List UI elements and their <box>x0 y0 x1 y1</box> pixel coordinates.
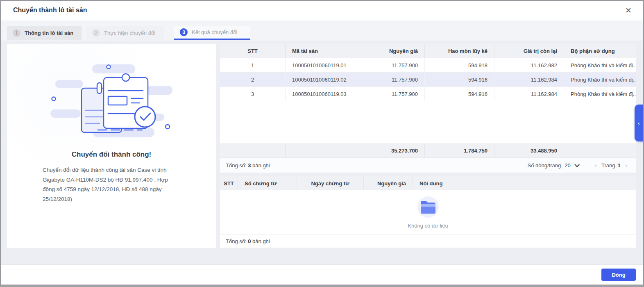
close-button[interactable]: Đóng <box>601 269 636 281</box>
table-row[interactable]: 1 1000501010060119.01 11.757.900 594.918… <box>220 58 636 73</box>
collapse-panel-handle[interactable]: ‹ <box>635 105 643 141</box>
close-icon[interactable]: ✕ <box>624 5 633 16</box>
chevron-down-icon <box>574 162 580 167</box>
results-panel: STT Mã tài sản Nguyên giá Hao mòn lũy kế… <box>220 44 636 248</box>
col-header-nguyen-gia: Nguyên giá <box>355 44 425 58</box>
assets-table-header: STT Mã tài sản Nguyên giá Hao mòn lũy kế… <box>220 44 636 58</box>
total-records-label: Tổng số: 3 bản ghi <box>226 162 270 169</box>
cell-nguyen-gia: 11.757.900 <box>355 87 425 101</box>
cell-nguyen-gia: 11.757.900 <box>355 58 425 72</box>
col-header-gia-tri-con-lai: Giá trị còn lại <box>494 44 564 58</box>
tab-thong-tin-lo-tai-san[interactable]: 1 Thông tin lô tài sản <box>7 26 82 40</box>
success-description: Chuyển đổi dữ liệu thành công tài sản Ca… <box>43 165 180 204</box>
convert-asset-lot-modal: Chuyển thành lô tài sản ✕ 1 Thông tin lô… <box>0 0 644 287</box>
documents-table-footer: Tổng số: 0 bản ghi <box>220 235 636 248</box>
total-count: 0 <box>248 238 251 244</box>
tab-label: Thông tin lô tài sản <box>25 30 73 36</box>
total-suffix: bản ghi <box>252 238 270 244</box>
table-row-selected[interactable]: 2 1000501010060119.02 11.757.900 594.916… <box>220 73 636 87</box>
assets-table-pagination: Tổng số: 3 bản ghi Số dòng/trang 20 ‹ Tr… <box>220 158 636 173</box>
rows-per-page-value: 20 <box>565 162 570 169</box>
total-hao-mon: 1.784.750 <box>425 144 494 157</box>
total-label: Tổng số: <box>226 162 247 169</box>
cell-stt: 3 <box>220 87 286 101</box>
rows-per-page-label: Số dòng/trang <box>527 162 561 169</box>
cell-stt: 2 <box>220 73 286 87</box>
cell-hao-mon: 594.918 <box>425 58 494 72</box>
success-illustration <box>44 61 179 140</box>
documents-table: STT Số chứng từ Ngày chứng từ Nguyên giá… <box>220 176 636 248</box>
cell-bo-phan: Phòng Khảo thí và kiểm đị... <box>564 87 636 101</box>
page-label: Trang <box>601 162 615 169</box>
col-header-noi-dung: Nội dung <box>413 176 636 190</box>
empty-folder-badge <box>417 196 439 218</box>
assets-table: STT Mã tài sản Nguyên giá Hao mòn lũy kế… <box>220 44 636 173</box>
total-count: 3 <box>248 162 251 169</box>
col-header-bo-phan-su-dung: Bộ phận sử dụng <box>564 44 636 58</box>
table-row[interactable]: 3 1000501010060119.03 11.757.900 594.916… <box>220 87 636 101</box>
cell-hao-mon: 594.916 <box>425 73 494 87</box>
cell-nguyen-gia: 11.757.900 <box>355 73 425 87</box>
cell-ma-tai-san: 1000501010060119.01 <box>286 58 355 72</box>
rows-per-page-select[interactable]: Số dòng/trang 20 <box>527 162 578 169</box>
folder-icon <box>420 200 436 214</box>
success-heading: Chuyển đổi thành công! <box>7 150 216 159</box>
cell-gia-tri-con-lai: 11.162.984 <box>494 73 564 87</box>
step-1-badge: 1 <box>13 29 20 37</box>
chevron-left-icon: ‹ <box>638 120 639 126</box>
wizard-tabs: 1 Thông tin lô tài sản 2 Thực hiện chuyể… <box>1 20 643 41</box>
table-empty-space <box>220 101 636 144</box>
cell-ma-tai-san: 1000501010060119.03 <box>286 87 355 101</box>
modal-title: Chuyển thành lô tài sản <box>13 7 87 14</box>
empty-text: Không có dữ liệu <box>408 223 448 229</box>
documents-table-header: STT Số chứng từ Ngày chứng từ Nguyên giá… <box>220 176 636 190</box>
total-gia-tri-con-lai: 33.488.950 <box>494 144 564 157</box>
cell-ma-tai-san: 1000501010060119.02 <box>286 73 355 87</box>
assets-table-totals-row: 35.273.700 1.784.750 33.488.950 <box>220 144 636 158</box>
tab-thuc-hien-chuyen-doi[interactable]: 2 Thực hiện chuyển đổi <box>86 26 164 40</box>
cell-gia-tri-con-lai: 11.162.982 <box>494 58 564 72</box>
cell-stt: 1 <box>220 58 286 72</box>
step-2-badge: 2 <box>92 29 100 37</box>
col-header-so-chung-tu: Số chứng từ <box>238 176 297 190</box>
col-header-stt: STT <box>220 44 286 58</box>
step-3-badge: 3 <box>180 28 188 36</box>
col-header-ma-tai-san: Mã tài sản <box>286 44 355 58</box>
col-header-hao-mon-luy-ke: Hao mòn lũy kế <box>425 44 494 58</box>
success-panel: Chuyển đổi thành công! Chuyển đổi dữ liệ… <box>7 44 216 248</box>
tab-label: Kết quả chuyển đổi <box>192 29 237 35</box>
total-records-label: Tổng số: 0 bản ghi <box>226 238 270 244</box>
tab-ket-qua-chuyen-doi[interactable]: 3 Kết quả chuyển đổi <box>174 26 250 40</box>
prev-page-icon[interactable]: ‹ <box>592 162 600 169</box>
cell-hao-mon: 594.916 <box>425 87 494 101</box>
total-nguyen-gia: 35.273.700 <box>355 144 425 157</box>
col-header-stt: STT <box>220 176 238 190</box>
col-header-nguyen-gia: Nguyên giá <box>364 176 413 190</box>
page-number: 1 <box>617 162 620 169</box>
modal-footer: Đóng <box>1 264 643 285</box>
cell-bo-phan: Phòng Khảo thí và kiểm đị... <box>564 58 636 72</box>
empty-state: Không có dữ liệu <box>220 190 636 235</box>
total-suffix: bản ghi <box>252 162 270 169</box>
next-page-icon[interactable]: › <box>622 162 630 169</box>
cell-gia-tri-con-lai: 11.162.984 <box>494 87 564 101</box>
modal-content: Chuyển đổi thành công! Chuyển đổi dữ liệ… <box>1 41 643 264</box>
col-header-ngay-chung-tu: Ngày chứng từ <box>297 176 364 190</box>
total-label: Tổng số: <box>226 238 247 244</box>
cell-bo-phan: Phòng Khảo thí và kiểm đị... <box>564 73 636 87</box>
tab-label: Thực hiện chuyển đổi <box>104 30 155 36</box>
modal-header: Chuyển thành lô tài sản ✕ <box>1 1 643 20</box>
